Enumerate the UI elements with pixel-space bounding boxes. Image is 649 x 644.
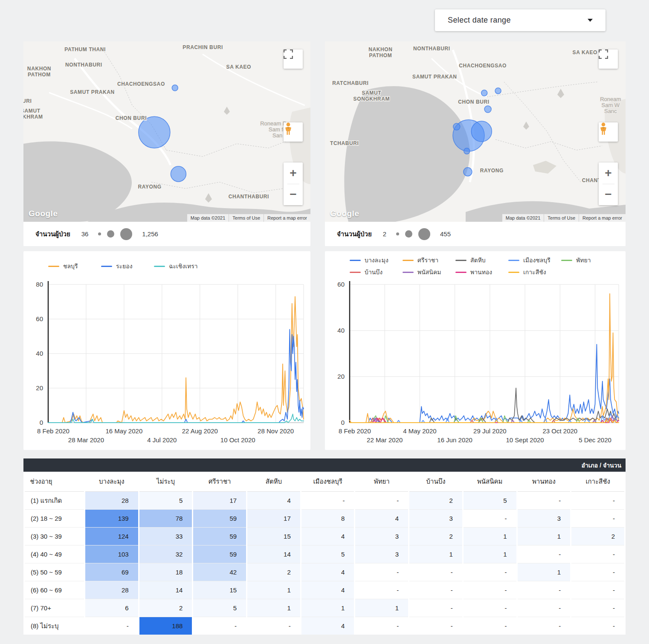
heatmap-cell: - [517,599,571,617]
column-header-district[interactable]: ศรีราชา [193,472,247,492]
report-error-link[interactable]: Report a map error [579,214,626,222]
x-tick-label: 10 Sept 2020 [506,436,544,444]
zoom-out-button[interactable]: − [599,184,618,206]
map-place-label: PRACHIN BURI [183,44,223,50]
legend-item[interactable]: เกาะสีชัง [508,267,561,277]
heatmap-cell: 32 [139,545,193,563]
date-range-label: Select date range [448,16,511,25]
heatmap-cell: 139 [85,510,139,528]
row-label-age-range: (6) 60 ~ 69 [24,581,85,599]
legend-item[interactable]: บ้านบึง [350,267,403,277]
case-bubble[interactable] [471,121,492,142]
google-map-provinces[interactable]: PATHUM THANIPRACHIN BURINAKHONPATHOMNONT… [23,41,310,222]
legend-item[interactable]: พานทอง [455,267,508,277]
heatmap-cell: - [355,617,409,635]
column-header-district[interactable]: บ้านบึง [409,472,463,492]
chart-series [350,344,619,423]
legend-min-value: 2 [383,230,386,238]
map-place-label: SA KAEO [226,64,251,70]
heatmap-cell: - [517,581,571,599]
column-header-district[interactable]: พนัสนิคม [463,472,517,492]
heatmap-cell: 15 [193,581,247,599]
legend-item[interactable]: พนัสนิคม [403,267,455,277]
heatmap-cell: - [571,563,625,581]
map-canvas: NAKHONPATHOMNONTHABURICHACHOENGSAOSAMUT … [325,41,626,222]
heatmap-cell: 18 [139,563,193,581]
column-header-age-range[interactable]: ช่วงอายุ [24,472,85,492]
heatmap-cell: 188 [139,617,193,635]
heatmap-cell: 3 [409,510,463,528]
column-header-district[interactable]: ไม่ระบุ [139,472,193,492]
report-error-link[interactable]: Report a map error [264,214,310,222]
heatmap-cell: - [409,599,463,617]
fullscreen-button[interactable] [599,49,618,69]
case-bubble[interactable] [495,88,501,94]
zoom-in-button[interactable]: + [599,162,618,184]
heatmap-cell: 1 [247,581,301,599]
terms-link[interactable]: Terms of Use [544,214,579,222]
date-range-select[interactable]: Select date range [435,9,606,31]
google-map-districts[interactable]: NAKHONPATHOMNONTHABURICHACHOENGSAOSAMUT … [325,41,626,222]
legend-item[interactable]: ฉะเชิงเทรา [154,261,207,271]
row-label-age-range: (3) 30 ~ 39 [24,528,85,545]
heatmap-cell: 33 [139,528,193,545]
large-dot-icon [120,228,132,240]
legend-label: ระยอง [116,261,133,271]
legend-label: พนัสนิคม [417,267,441,277]
heatmap-cell: 4 [355,510,409,528]
zoom-in-button[interactable]: + [284,162,303,184]
map-place-label: CHON BURI [116,115,147,121]
legend-item[interactable]: เมืองชลบุรี [508,255,561,265]
fullscreen-button[interactable] [284,49,303,69]
legend-item[interactable]: สัตหีบ [455,255,508,265]
table-row: (3) 30 ~ 39124335915432112 [24,528,625,545]
case-bubble[interactable] [171,166,186,182]
legend-swatch-icon [455,260,466,261]
legend-label: บางละมุง [365,255,388,265]
medium-dot-icon [107,230,114,238]
case-bubble[interactable] [464,148,470,154]
legend-item[interactable]: บางละมุง [350,255,403,265]
heatmap-cell: 5 [193,599,247,617]
legend-item[interactable]: ระยอง [101,261,154,271]
zoom-out-button[interactable]: − [284,184,303,206]
case-bubble[interactable] [453,123,460,130]
legend-item[interactable]: ศรีราชา [403,255,455,265]
pegman-button[interactable] [599,122,618,142]
map-place-label: NAKHONPATHOM [27,66,51,78]
case-bubble[interactable] [464,168,472,176]
map-place-label: NONTHABURI [413,46,450,52]
legend-item[interactable]: ชลบุรี [48,261,101,271]
table-row: (7) 70+625111---- [24,599,625,617]
heatmap-cell: 4 [247,492,301,510]
terms-link[interactable]: Terms of Use [229,214,264,222]
column-header-district[interactable]: บางละมุง [85,472,139,492]
column-header-district[interactable]: พานทอง [517,472,571,492]
y-tick-label: 60 [36,315,43,322]
column-header-district[interactable]: พัทยา [355,472,409,492]
heatmap-cell: 5 [301,545,355,563]
legend-label: สัตหีบ [470,255,486,265]
heatmap-cell: - [571,510,625,528]
google-logo[interactable]: Google [29,209,58,218]
case-bubble[interactable] [481,90,487,96]
heatmap-cell: 1 [409,545,463,563]
row-label-age-range: (2) 18 ~ 29 [24,510,85,528]
x-tick-label: 16 May 2020 [106,427,143,435]
heatmap-cell: - [571,545,625,563]
heatmap-cell: 3 [355,545,409,563]
pegman-button[interactable] [284,122,303,142]
google-logo[interactable]: Google [330,209,359,218]
case-bubble[interactable] [172,85,178,91]
y-tick-label: 40 [36,350,43,357]
table-caption: อำเภอ / จำนวน [23,458,626,472]
case-bubble[interactable] [139,116,170,148]
heatmap-cell: 5 [463,492,517,510]
column-header-district[interactable]: เกาะสีชัง [571,472,625,492]
case-bubble[interactable] [484,106,491,113]
heatmap-cell: 28 [85,581,139,599]
heatmap-cell: - [517,617,571,635]
column-header-district[interactable]: สัตหีบ [247,472,301,492]
legend-item[interactable]: พัทยา [561,255,614,265]
column-header-district[interactable]: เมืองชลบุรี [301,472,355,492]
